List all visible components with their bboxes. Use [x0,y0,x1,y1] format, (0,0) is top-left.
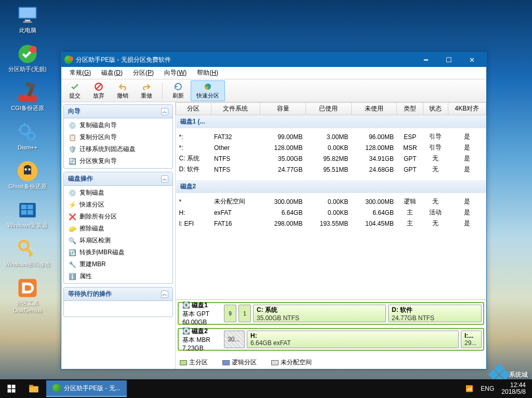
toolbar-refresh[interactable]: 刷新 [167,80,190,101]
table-row[interactable]: D: 软件NTFS24.77GB95.51MB24.68GBGPT无是 [176,164,486,175]
menu-help[interactable]: 帮助(H) [192,67,223,78]
menu-wizard[interactable]: 向导(W) [159,67,192,78]
titlebar[interactable]: 分区助手PE版 - 无损分区免费软件 ━ ☐ ✕ [61,52,486,67]
disk-group-header[interactable]: 磁盘1 (... [176,115,486,129]
op-rebuild-mbr[interactable]: 🔧重建MBR [64,258,172,270]
panel-pending: 等待执行的操作︿ [63,287,173,317]
desktop-icon-diskgenius[interactable]: 分区工具DiskGenius [4,277,51,313]
desktop-icon-password[interactable]: Windows密码修改 [4,238,51,268]
panel-wizard-header[interactable]: 向导︿ [64,105,172,118]
maximize-button[interactable]: ☐ [437,52,460,67]
col-fs[interactable]: 文件系统 [211,103,260,115]
disk-copy-icon: 💿 [68,121,76,130]
legend-primary: 主分区 [180,358,208,367]
chevron-up-icon[interactable]: ︿ [161,175,168,183]
op-bad-sector[interactable]: 🔍坏扇区检测 [64,235,172,246]
desktop-icon-this-pc[interactable]: 此电脑 [4,4,51,34]
diskgenius-icon [17,277,38,299]
svg-rect-31 [12,385,16,389]
app-taskbar-icon [52,384,61,392]
svg-rect-30 [8,385,11,389]
col-free[interactable]: 未使用 [351,103,397,115]
table-row[interactable]: *:FAT3299.00MB3.00MB96.00MBESP引导是 [176,131,486,142]
col-used[interactable]: 已使用 [305,103,351,115]
panel-wizard: 向导︿ 💿复制磁盘向导 📋复制分区向导 🛡️迁移系统到固态磁盘 🔄分区恢复向导 [63,104,173,169]
copy-disk-icon: 💿 [68,189,76,197]
close-button[interactable]: ✕ [460,52,483,67]
content-area: 向导︿ 💿复制磁盘向导 📋复制分区向导 🛡️迁移系统到固态磁盘 🔄分区恢复向导 … [61,102,486,369]
disk2-h[interactable]: H:6.64GB exFAT [247,331,459,348]
op-wipe-disk[interactable]: 🧽擦除磁盘 [64,223,172,235]
op-delete-all[interactable]: ❌删除所有分区 [64,211,172,223]
disk1-esp[interactable]: 9 [224,305,236,322]
disk1-c[interactable]: C: 系统35.00GB NTFS [253,305,386,322]
desktop-icon-label: Windows安装器 [7,222,48,229]
desktop-icon-windows-installer[interactable]: Windows安装器 [4,199,51,229]
svg-point-16 [24,168,26,170]
table-row[interactable]: H:exFAT6.64GB0.00KB6.64GB主活动是 [176,207,486,218]
language-indicator[interactable]: ENG [481,385,494,392]
svg-rect-2 [25,20,31,22]
wizard-recover-partition[interactable]: 🔄分区恢复向导 [64,155,172,167]
hammer-icon [17,82,38,104]
legend: 主分区 逻辑分区 未分配空间 [176,356,486,369]
op-copy-disk[interactable]: 💿复制磁盘 [64,187,172,199]
disk1-msr[interactable]: 1 [238,305,251,322]
table-row[interactable]: I: EFIFAT16298.00MB193.55MB104.45MB主无是 [176,218,486,229]
start-button[interactable] [1,379,22,398]
col-status[interactable]: 状态 [423,103,448,115]
col-align[interactable]: 4KB对齐 [448,103,486,115]
desktop-icon-label: 此电脑 [19,27,36,34]
panel-pending-header[interactable]: 等待执行的操作︿ [64,287,172,301]
menu-disk[interactable]: 磁盘(D) [96,67,128,78]
chevron-up-icon[interactable]: ︿ [161,108,168,115]
desktop-icon-partition-assistant[interactable]: 分区助手(无损) [4,43,51,73]
wizard-migrate-ssd[interactable]: 🛡️迁移系统到固态磁盘 [64,143,172,155]
op-properties[interactable]: ℹ️属性 [64,270,172,282]
partition-table-wrap[interactable]: 分区 文件系统 容量 已使用 未使用 类型 状态 4KB对齐 磁盘1 (...*… [176,102,486,299]
disk-map-2[interactable]: 💽 磁盘2 基本 MBR 7.23GB 30... H:6.64GB exFAT… [178,328,484,351]
toolbar-commit[interactable]: 提交 [63,80,86,101]
disk2-unalloc[interactable]: 30... [224,331,245,348]
panel-disk-ops-header[interactable]: 磁盘操作︿ [64,172,172,186]
op-quick-partition[interactable]: ⚡快速分区 [64,199,172,211]
task-active-app[interactable]: 分区助手PE版 - 无... [46,380,127,397]
table-row[interactable]: C: 系统NTFS35.00GB95.82MB34.91GBGPT无是 [176,153,486,164]
table-row[interactable]: *未分配空间300.00MB0.00KB300.00MB逻辑无是 [176,196,486,207]
desktop-icon-ghost-backup[interactable]: Ghost备份还原 [4,160,51,190]
disk1-d[interactable]: D: 软件24.77GB NTFS [388,305,482,322]
desktop-icon-label: CGI备份还原 [11,105,44,112]
op-convert-mbr[interactable]: 🔃转换到MBR磁盘 [64,246,172,258]
col-cap[interactable]: 容量 [260,103,306,115]
col-partition[interactable]: 分区 [176,103,211,115]
clock[interactable]: 12:44 2018/5/8 [501,382,526,395]
svg-rect-1 [19,8,36,18]
menu-partition[interactable]: 分区(P) [128,67,159,78]
task-explorer[interactable] [22,380,45,397]
disk-map-1[interactable]: 💽 磁盘1 基本 GPT 60.00GB 9 1 C: 系统35.00GB NT… [178,302,484,325]
chevron-up-icon[interactable]: ︿ [161,291,168,298]
wizard-copy-partition[interactable]: 📋复制分区向导 [64,131,172,143]
disk-group-header[interactable]: 磁盘2 [176,180,486,193]
desktop-icon-cgi-backup[interactable]: CGI备份还原 [4,82,51,112]
disk-maps: 💽 磁盘1 基本 GPT 60.00GB 9 1 C: 系统35.00GB NT… [176,299,486,356]
toolbar-redo[interactable]: 重做 [135,80,158,101]
svg-rect-19 [21,204,27,209]
table-row[interactable]: *:Other128.00MB0.00KB128.00MBMSR引导是 [176,142,486,153]
desktop-icon-dism[interactable]: Dism++ [4,121,51,151]
menu-general[interactable]: 常规(G) [64,67,96,78]
wizard-copy-disk[interactable]: 💿复制磁盘向导 [64,119,172,131]
svg-point-10 [28,132,35,140]
network-icon[interactable]: 📶 [465,385,473,393]
svg-rect-6 [19,95,37,102]
toolbar-quick-partition[interactable]: 快速分区 [191,80,225,101]
system-tray[interactable]: 📶 ENG 12:44 2018/5/8 [460,382,531,395]
col-type[interactable]: 类型 [397,103,423,115]
monitor-icon [17,4,38,26]
toolbar-discard[interactable]: 放弃 [87,80,110,101]
toolbar-undo[interactable]: 撤销 [111,80,134,101]
disk2-i[interactable]: I:...29... [461,331,482,348]
svg-rect-21 [21,210,27,215]
minimize-button[interactable]: ━ [415,52,437,67]
svg-rect-33 [12,389,16,393]
